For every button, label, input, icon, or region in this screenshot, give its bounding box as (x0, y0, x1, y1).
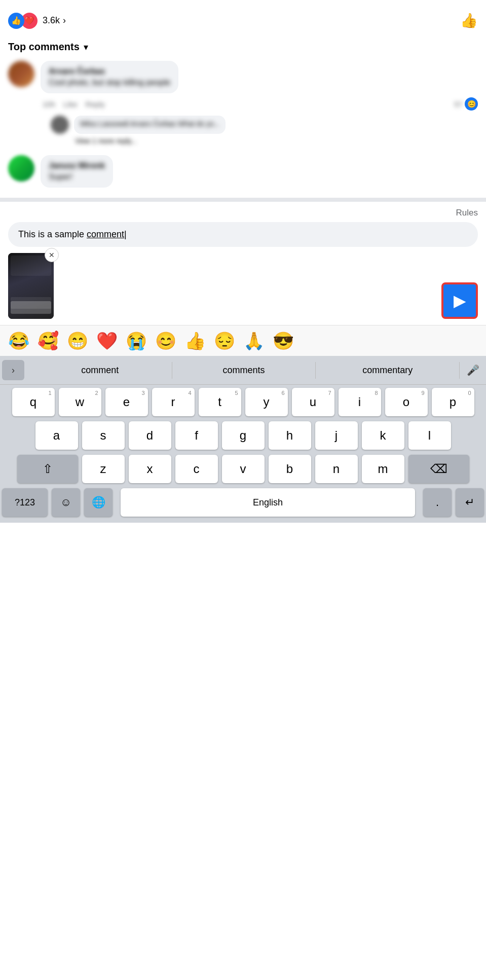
return-icon: ↵ (465, 496, 474, 509)
emoji-grin[interactable]: 😁 (67, 331, 88, 351)
top-comments-bar[interactable]: Top comments ▾ (8, 37, 478, 61)
comment-item: Arvaro Čorbas Cool photo, but stop killi… (8, 61, 478, 145)
key-shift[interactable]: ⇧ (17, 455, 78, 483)
comment-reaction-badge: 😊 (465, 97, 478, 111)
key-k[interactable]: k (362, 421, 404, 450)
attachment-image-inner (8, 253, 54, 319)
keyboard-suggestion-3[interactable]: commentary (316, 362, 460, 379)
key-l[interactable]: l (408, 421, 451, 450)
compose-input[interactable]: This is a sample comment| (8, 222, 478, 247)
key-space[interactable]: English (121, 488, 415, 517)
comment-body-2: Janusz Mironk Super! (41, 155, 478, 188)
comment-body: Arvaro Čorbas Cool photo, but stop killi… (41, 61, 478, 145)
key-globe[interactable]: 🌐 (84, 488, 113, 517)
reply-avatar (51, 116, 69, 134)
key-y[interactable]: 6y (245, 388, 288, 416)
comment-action-reply[interactable]: Reply (86, 100, 105, 108)
emoji-laughing[interactable]: 😂 (8, 331, 29, 351)
key-n[interactable]: n (315, 455, 358, 483)
key-backspace[interactable]: ⌫ (408, 455, 469, 483)
top-comments-label: Top comments (8, 41, 80, 53)
key-v[interactable]: v (222, 455, 265, 483)
key-o[interactable]: 9o (385, 388, 428, 416)
keyboard-suggestion-2[interactable]: comments (172, 362, 316, 379)
comments-section: 👍 ❤️ 3.6k › 👍 Top comments ▾ Arvaro Čorb… (0, 0, 486, 188)
rules-row: Rules (8, 208, 478, 218)
dot-label: . (436, 496, 439, 509)
emoji-row: 😂 🥰 😁 ❤️ 😭 😊 👍 😔 🙏 😎 (0, 325, 486, 356)
emoji-hearts[interactable]: 🥰 (38, 331, 59, 351)
top-comments-chevron: ▾ (84, 42, 88, 53)
reaction-like-icon: 👍 (8, 13, 24, 29)
globe-key-icon: 🌐 (92, 496, 105, 509)
key-s[interactable]: s (82, 421, 125, 450)
comment-action-time: 10h (43, 100, 55, 108)
comment-avatar-2 (8, 155, 34, 182)
comment-actions: 10h Like Reply 57 😊 (41, 97, 478, 111)
key-row-1: 1q 2w 3e 4r 5t 6y 7u 8i 9o 0p (2, 388, 484, 416)
key-dot[interactable]: . (423, 488, 452, 517)
key-i[interactable]: 8i (339, 388, 381, 416)
key-u[interactable]: 7u (292, 388, 334, 416)
comment-text: Cool photo, but stop killing people (49, 78, 170, 87)
reactions-count: 3.6k (43, 15, 60, 26)
key-c[interactable]: c (175, 455, 218, 483)
emoji-pray[interactable]: 🙏 (243, 331, 265, 351)
key-t[interactable]: 5t (199, 388, 241, 416)
comment-avatar (8, 61, 34, 87)
attachment-send-row: ✕ ▶ (8, 253, 478, 319)
reactions-chevron: › (63, 15, 66, 26)
space-label: English (253, 497, 283, 508)
keyboard-expand-button[interactable]: › (2, 360, 24, 380)
comment-action-like[interactable]: Like (63, 100, 78, 108)
rules-button[interactable]: Rules (456, 208, 478, 218)
reactions-row: 👍 ❤️ 3.6k › 👍 (8, 8, 478, 37)
emoji-smile[interactable]: 😊 (155, 331, 176, 351)
key-b[interactable]: b (269, 455, 311, 483)
key-g[interactable]: g (222, 421, 265, 450)
key-e[interactable]: 3e (105, 388, 148, 416)
key-d[interactable]: d (129, 421, 171, 450)
compose-section: Rules This is a sample comment| ✕ ▶ (0, 202, 486, 325)
comment-reaction-count: 57 (454, 100, 463, 108)
emoji-cool[interactable]: 😎 (273, 331, 294, 351)
emoji-key-icon: ☺ (60, 496, 71, 509)
keyboard-mic-button[interactable]: 🎤 (462, 360, 484, 380)
key-x[interactable]: x (129, 455, 171, 483)
num-switch-label: ?123 (15, 497, 35, 508)
attachment-preview: ✕ (8, 253, 54, 319)
emoji-sad[interactable]: 😔 (214, 331, 235, 351)
keyboard-suggestions: › comment comments commentary 🎤 (0, 356, 486, 385)
key-a[interactable]: a (35, 421, 78, 450)
compose-input-row: This is a sample comment| (8, 222, 478, 247)
reactions-left[interactable]: 👍 ❤️ 3.6k › (8, 13, 66, 29)
emoji-heart[interactable]: ❤️ (96, 331, 118, 351)
key-j[interactable]: j (315, 421, 358, 450)
key-row-3: ⇧ z x c v b n m ⌫ (2, 455, 484, 483)
key-f[interactable]: f (175, 421, 218, 450)
key-m[interactable]: m (362, 455, 404, 483)
attachment-remove-button[interactable]: ✕ (45, 248, 59, 262)
key-return[interactable]: ↵ (456, 488, 484, 517)
comment-text-2: Super! (49, 172, 105, 182)
comment-author: Arvaro Čorbas (49, 67, 170, 76)
emoji-crying[interactable]: 😭 (126, 331, 147, 351)
comment-item-2: Janusz Mironk Super! (8, 155, 478, 188)
key-w[interactable]: 2w (59, 388, 101, 416)
key-z[interactable]: z (82, 455, 125, 483)
reply-item: Milou Lassowdi Arvaro Čorbas What do yo.… (41, 116, 478, 134)
send-button[interactable]: ▶ (441, 282, 478, 319)
view-more-replies[interactable]: View 1 more reply... (41, 137, 478, 145)
keyboard-suggestion-1[interactable]: comment (28, 362, 172, 379)
emoji-thumbs[interactable]: 👍 (184, 331, 206, 351)
send-arrow-icon: ▶ (454, 291, 466, 310)
key-emoji[interactable]: ☺ (52, 488, 80, 517)
thumbs-up-button[interactable]: 👍 (460, 12, 478, 29)
key-p[interactable]: 0p (432, 388, 474, 416)
reply-text: Milou Lassowdi Arvaro Čorbas What do yo.… (80, 120, 219, 128)
keyboard-bottom-row: ?123 ☺ 🌐 English . ↵ (0, 488, 486, 523)
key-r[interactable]: 4r (152, 388, 195, 416)
key-num-switch[interactable]: ?123 (2, 488, 48, 517)
key-q[interactable]: 1q (12, 388, 55, 416)
key-h[interactable]: h (269, 421, 311, 450)
